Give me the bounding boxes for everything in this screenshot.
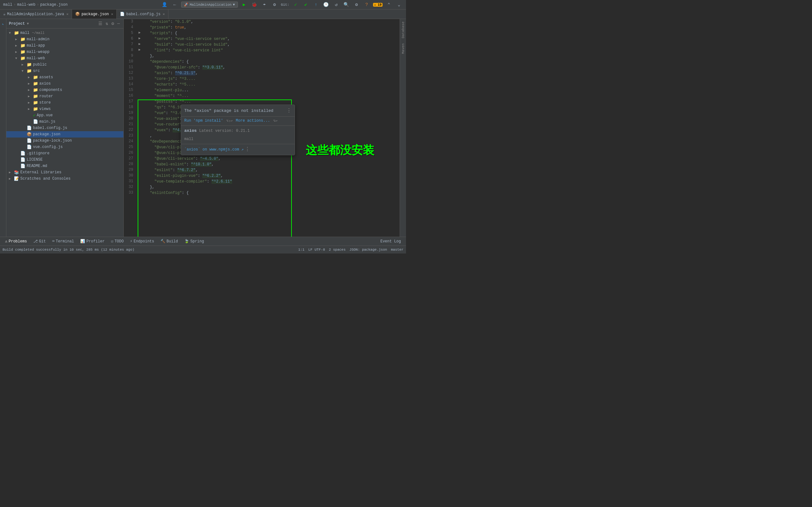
tree-public[interactable]: ▶ 📁 public	[6, 61, 123, 68]
maven-label[interactable]: Maven	[401, 41, 406, 56]
coverage-button[interactable]: ☂	[261, 1, 268, 9]
tab-close-2[interactable]: ✕	[111, 12, 113, 16]
run-config-label: MallAdminApplication	[190, 3, 232, 7]
tree-mall-weapp[interactable]: ▶ 📁 mall-weapp	[6, 49, 123, 55]
code-container[interactable]: 这些都没安装 The "axios" package is not instal…	[124, 19, 400, 237]
line-separator[interactable]: LF UTF-8	[308, 248, 325, 251]
build-btn[interactable]: 🔨 Build	[158, 238, 181, 244]
indent-style[interactable]: 2 spaces	[329, 248, 346, 251]
npm-link-menu[interactable]: ⋮	[245, 146, 250, 153]
git-btn[interactable]: ⎇ Git	[31, 238, 49, 244]
tree-axios[interactable]: ▶ 📁 axios	[6, 80, 123, 87]
profiler-icon: 📊	[80, 239, 85, 244]
collapse-icon[interactable]: ⌄	[395, 1, 403, 9]
line-indicator	[136, 19, 143, 25]
git-tick-icon[interactable]: ✔	[302, 1, 310, 9]
more-run-icon[interactable]: ⚙	[271, 1, 278, 9]
spring-btn[interactable]: 🍃 Spring	[182, 238, 206, 244]
todo-label: TODO	[114, 239, 124, 244]
tree-store[interactable]: ▶ 📁 store	[6, 100, 123, 106]
git-up-icon[interactable]: ↑	[312, 1, 320, 9]
folder-icon: 📁	[27, 68, 32, 73]
tab-close-3[interactable]: ✕	[163, 12, 165, 16]
back-icon[interactable]: ←	[171, 1, 179, 9]
endpoints-btn[interactable]: ⚡ Endpoints	[128, 238, 157, 244]
tree-package-lock[interactable]: 📄 package-lock.json	[6, 137, 123, 144]
tab-package-json[interactable]: 📦 package.json ✕	[72, 9, 117, 19]
event-log-btn[interactable]: Event Log	[378, 239, 403, 244]
tab-close-1[interactable]: ✕	[66, 12, 68, 16]
search-icon[interactable]: 🔍	[343, 1, 350, 9]
tree-main-js[interactable]: 📄 main.js	[6, 118, 123, 125]
code-line-17: 17 "postcss": "^...	[124, 99, 400, 105]
undo-icon[interactable]: ↺	[333, 1, 340, 9]
line-content: "private": true,	[143, 25, 400, 31]
line-indicator: ▶	[136, 36, 143, 42]
help-icon[interactable]: ?	[363, 1, 370, 9]
config-file-icon: 📄	[27, 125, 32, 130]
tree-src[interactable]: ▼ 📁 src	[6, 68, 123, 74]
tooltip-menu-button[interactable]: ⋮	[287, 107, 292, 114]
line-indicator	[136, 133, 143, 139]
line-num: 13	[124, 76, 136, 82]
tree-package-json[interactable]: 📦 package.json	[6, 131, 123, 137]
breadcrumb-file[interactable]: package.json	[40, 3, 67, 7]
settings-icon[interactable]: ⚙	[353, 1, 360, 9]
git-check-icon[interactable]: ✓	[292, 1, 299, 9]
tree-arrow: ▶	[28, 107, 32, 111]
git-branch[interactable]: master	[391, 248, 403, 251]
endpoints-icon: ⚡	[130, 239, 132, 244]
line-num: 15	[124, 88, 136, 93]
tree-app-vue[interactable]: ✓ App.vue	[6, 112, 123, 118]
line-indicator	[136, 150, 143, 156]
far-right-panel: Database Maven	[400, 19, 406, 237]
tree-external-libs[interactable]: ▶ 📚 External Libraries	[6, 169, 123, 176]
expand-icon[interactable]: ⌃	[385, 1, 393, 9]
profiler-btn[interactable]: 📊 Profiler	[78, 238, 107, 244]
tab-mallAdminApplication[interactable]: ☕ MallAdminApplication.java ✕	[0, 9, 72, 19]
tree-item-label: babel.config.js	[33, 126, 67, 130]
tooltip-header: The "axios" package is not installed ⋮	[181, 105, 295, 117]
panel-dropdown-icon[interactable]: ▼	[27, 22, 29, 26]
tree-mall-app[interactable]: ▶ 📁 mall-app	[6, 43, 123, 49]
tree-mall-web[interactable]: ▼ 📁 mall-web	[6, 55, 123, 61]
line-num: 20	[124, 116, 136, 122]
gear-icon[interactable]: ⚙	[110, 21, 115, 26]
warning-badge[interactable]: ⚠ 19	[373, 3, 383, 7]
minimize-icon[interactable]: —	[116, 21, 121, 26]
tree-mall-root[interactable]: ▼ 📁 mall ~/mall	[6, 30, 123, 36]
sort-icon[interactable]: ⇅	[105, 21, 109, 26]
code-line-8: 8 ▶ "lint": "vue-cli-service lint"	[124, 48, 400, 53]
tree-arrow: ▶	[15, 38, 19, 41]
tree-mall-admin[interactable]: ▶ 📁 mall-admin	[6, 36, 123, 43]
tree-license[interactable]: 📄 LICENSE	[6, 157, 123, 163]
debug-button[interactable]: 🐞	[251, 1, 258, 9]
tree-gitignore[interactable]: 📄 .gitignore	[6, 150, 123, 157]
terminal-btn[interactable]: ⌨ Terminal	[49, 238, 77, 244]
breadcrumb-mall-web[interactable]: mall-web	[17, 3, 36, 7]
tab-babel-config[interactable]: 📄 babel.config.js ✕	[117, 9, 168, 19]
run-config[interactable]: 🚀 MallAdminApplication ▼	[181, 2, 238, 8]
tree-components[interactable]: ▶ 📁 components	[6, 87, 123, 93]
tree-vue-config[interactable]: 📄 vue.config.js	[6, 144, 123, 150]
collapse-all-icon[interactable]: ☰	[97, 21, 103, 26]
git-clock-icon[interactable]: 🕐	[322, 1, 330, 9]
tree-scratches[interactable]: ▶ 📝 Scratches and Consoles	[6, 176, 123, 182]
tree-babel-config[interactable]: 📄 babel.config.js	[6, 125, 123, 131]
problems-btn[interactable]: ⚠ Problems	[3, 238, 30, 244]
project-tab[interactable]: P	[1, 22, 5, 26]
tree-views[interactable]: ▶ 📁 views	[6, 106, 123, 112]
run-npm-install-link[interactable]: Run 'npm install'	[184, 118, 223, 123]
todo-btn[interactable]: ☑ TODO	[108, 238, 126, 244]
npm-link[interactable]: `axios` on www.npmjs.com ↗	[184, 147, 244, 152]
cursor-position[interactable]: 1:1	[298, 248, 305, 251]
breadcrumb-mall[interactable]: mall	[3, 3, 12, 7]
tree-readme[interactable]: 📄 README.md	[6, 163, 123, 169]
user-icon[interactable]: 👤	[161, 1, 168, 9]
more-actions-link[interactable]: More actions...	[236, 118, 270, 123]
database-label[interactable]: Database	[401, 19, 406, 41]
tree-assets[interactable]: ▶ 📁 assets	[6, 74, 123, 80]
tree-router[interactable]: ▶ 📁 router	[6, 93, 123, 100]
file-type[interactable]: JSON: package.json	[350, 248, 387, 251]
run-button[interactable]: ▶	[241, 1, 248, 9]
